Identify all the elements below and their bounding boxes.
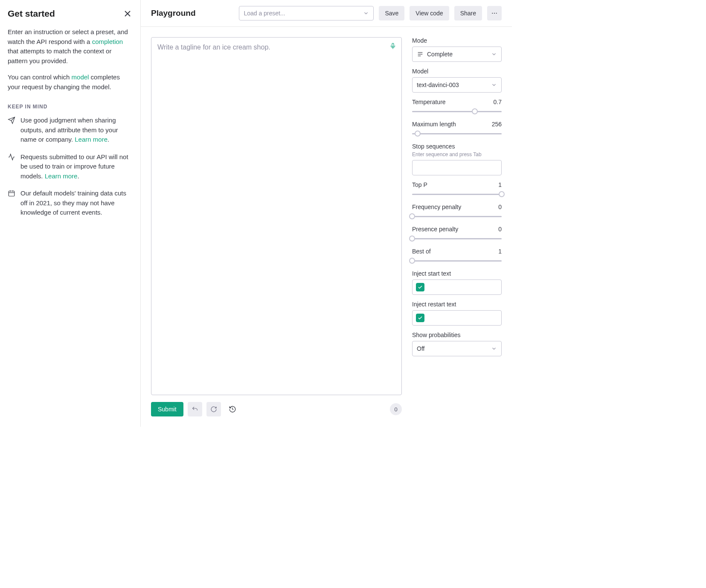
intro-paragraph-2: You can control which model completes yo… <box>8 73 133 92</box>
temperature-slider[interactable] <box>412 108 502 115</box>
history-icon <box>229 405 236 413</box>
mode-value: Complete <box>427 51 453 58</box>
token-count: 0 <box>390 403 402 415</box>
get-started-panel: Get started Enter an instruction or sele… <box>0 0 141 427</box>
undo-button[interactable] <box>188 402 202 416</box>
inject-restart-label: Inject restart text <box>412 301 502 308</box>
page-title: Playground <box>151 9 196 18</box>
sidebar-title: Get started <box>8 9 55 19</box>
check-icon <box>418 285 423 290</box>
topp-value: 1 <box>498 181 502 188</box>
inject-restart-input[interactable] <box>412 310 502 326</box>
undo-icon <box>192 406 198 413</box>
pres-label: Presence penalty <box>412 226 458 233</box>
view-code-button[interactable]: View code <box>410 6 449 20</box>
submit-button[interactable]: Submit <box>151 402 183 416</box>
editor-column: Write a tagline for an ice cream shop. S… <box>151 37 402 416</box>
microphone-icon[interactable] <box>389 43 396 49</box>
temperature-label: Temperature <box>412 99 446 105</box>
svg-rect-2 <box>9 191 15 196</box>
preset-placeholder: Load a preset... <box>244 10 285 17</box>
inject-start-label: Inject start text <box>412 270 502 277</box>
topp-label: Top P <box>412 181 427 188</box>
intro-paragraph-1: Enter an instruction or select a preset,… <box>8 27 133 66</box>
check-icon <box>418 315 423 320</box>
tip-text: Requests submitted to our API will not b… <box>20 152 133 181</box>
intro-text-post: that attempts to match the context or pa… <box>8 47 111 64</box>
stop-help: Enter sequence and press Tab <box>412 151 502 157</box>
tip-item: Use good judgment when sharing outputs, … <box>8 116 133 145</box>
temperature-value: 0.7 <box>494 99 502 105</box>
bestof-label: Best of <box>412 248 431 255</box>
tip-text: Use good judgment when sharing outputs, … <box>20 116 133 145</box>
maxlen-value: 256 <box>492 121 502 128</box>
mode-icon <box>417 51 424 58</box>
share-button[interactable]: Share <box>454 6 482 20</box>
regenerate-button[interactable] <box>206 402 221 416</box>
editor-footer: Submit 0 <box>151 402 402 416</box>
completion-link[interactable]: completion <box>92 38 123 45</box>
intro2-text: You can control which <box>8 73 72 81</box>
maxlen-slider[interactable] <box>412 130 502 137</box>
inject-restart-checkbox[interactable] <box>416 314 424 322</box>
freq-value: 0 <box>498 204 502 210</box>
topp-slider[interactable] <box>412 191 502 198</box>
showprob-select[interactable]: Off <box>412 341 502 356</box>
showprob-label: Show probabilities <box>412 332 502 338</box>
close-sidebar-button[interactable] <box>122 9 133 19</box>
stop-label: Stop sequences <box>412 143 502 150</box>
model-link[interactable]: model <box>72 73 89 81</box>
main-area: Playground Load a preset... Save View co… <box>141 0 512 427</box>
preset-select[interactable]: Load a preset... <box>239 6 374 20</box>
tip-text: Our default models' training data cuts o… <box>20 189 133 218</box>
maxlen-label: Maximum length <box>412 121 456 128</box>
dots-horizontal-icon <box>491 10 498 17</box>
topbar: Playground Load a preset... Save View co… <box>141 0 512 27</box>
tip-item: Our default models' training data cuts o… <box>8 189 133 218</box>
bestof-value: 1 <box>498 248 502 255</box>
freq-slider[interactable] <box>412 213 502 220</box>
content-area: Write a tagline for an ice cream shop. S… <box>141 27 512 427</box>
activity-icon <box>8 153 15 181</box>
svg-rect-9 <box>392 43 394 47</box>
bestof-slider[interactable] <box>412 257 502 264</box>
tip-item: Requests submitted to our API will not b… <box>8 152 133 181</box>
keep-in-mind-heading: KEEP IN MIND <box>8 104 133 110</box>
chevron-down-icon <box>491 51 497 57</box>
model-select[interactable]: text-davinci-003 <box>412 77 502 93</box>
inject-start-checkbox[interactable] <box>416 283 424 291</box>
learn-more-link[interactable]: Learn more <box>75 136 107 143</box>
prompt-editor[interactable]: Write a tagline for an ice cream shop. <box>151 37 402 395</box>
learn-more-link[interactable]: Learn more <box>45 172 78 180</box>
calendar-icon <box>8 189 15 218</box>
close-icon <box>124 10 131 17</box>
history-button[interactable] <box>225 402 240 416</box>
chevron-down-icon <box>363 10 369 16</box>
inject-start-input[interactable] <box>412 279 502 295</box>
svg-point-7 <box>494 13 495 14</box>
stop-sequences-input[interactable] <box>412 160 502 175</box>
save-button[interactable]: Save <box>379 6 404 20</box>
parameters-panel: Mode Complete Model text-davinci-003 <box>412 37 502 416</box>
prompt-placeholder: Write a tagline for an ice cream shop. <box>157 44 270 51</box>
paper-plane-icon <box>8 116 15 145</box>
chevron-down-icon <box>491 346 497 352</box>
pres-slider[interactable] <box>412 235 502 242</box>
pres-value: 0 <box>498 226 502 233</box>
model-value: text-davinci-003 <box>417 82 459 88</box>
svg-point-8 <box>496 13 497 14</box>
mode-label: Mode <box>412 37 502 44</box>
more-button[interactable] <box>487 6 502 20</box>
freq-label: Frequency penalty <box>412 204 461 210</box>
refresh-icon <box>210 406 217 413</box>
chevron-down-icon <box>491 82 497 88</box>
mode-select[interactable]: Complete <box>412 47 502 62</box>
showprob-value: Off <box>417 345 424 352</box>
svg-point-6 <box>492 13 493 14</box>
model-label: Model <box>412 68 502 75</box>
